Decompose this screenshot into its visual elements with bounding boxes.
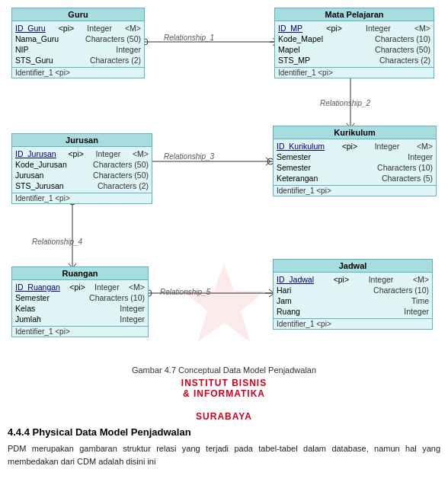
watermark-line1: INSTITUT BISNIS: [8, 378, 440, 388]
entity-guru-row-1: ID_Guru <pi> Integer <M>: [15, 23, 141, 34]
section-heading: 4.4.4 Physical Data Model Penjadwalan: [8, 426, 440, 438]
entity-ruangan-row-2: Semester Characters (10): [15, 292, 145, 303]
watermark-line2: & INFORMATIKA: [8, 388, 440, 399]
entity-jadwal-footer: Identifier_1 <pi>: [274, 318, 432, 329]
entity-ruangan-footer: Identifier_1 <pi>: [12, 326, 148, 337]
entity-kur-row-4: Keterangan Characters (5): [277, 173, 433, 183]
paragraph-text: PDM merupakan gambaran struktur relasi y…: [8, 442, 440, 467]
figure-caption: Gambar 4.7 Conceptual Data Model Penjadw…: [8, 365, 440, 375]
entity-matapelajaran-body: ID_MP <pi> Integer <M> Kode_Mapel Charac…: [275, 21, 434, 67]
entity-kur-row-2: Semester Integer: [277, 152, 433, 162]
svg-line-14: [266, 158, 270, 161]
entity-ruangan-body: ID_Ruangan <pi> Integer <M> Semester Cha…: [12, 280, 148, 326]
entity-jadwal-row-4: Ruang Integer: [277, 306, 429, 317]
entity-guru-body: ID_Guru <pi> Integer <M> Nama_Guru Chara…: [12, 21, 144, 67]
entity-ruangan-row-4: Jumlah Integer: [15, 314, 145, 324]
entity-ruangan-row-3: Kelas Integer: [15, 303, 145, 314]
entity-guru-row-4: STS_Guru Characters (2): [15, 55, 141, 65]
watermark-surabaya: SURABAYA: [8, 411, 440, 422]
entity-mp-row-4: STS_MP Characters (2): [278, 55, 430, 65]
entity-mp-row-2: Kode_Mapel Characters (10): [278, 34, 430, 44]
watermark-area: INSTITUT BISNIS & INFORMATIKA: [8, 378, 440, 408]
entity-jurusan-header: Jurusan: [12, 134, 152, 147]
entity-guru: Guru ID_Guru <pi> Integer <M> Nama_Guru …: [11, 8, 145, 78]
entity-mp-footer: Identifier_1 <pi>: [275, 67, 434, 78]
entity-jurusan-footer: Identifier_1 <pi>: [12, 193, 152, 203]
entity-jadwal-row-2: Hari Characters (10): [277, 285, 429, 295]
entity-kurikulum-footer: Identifier_1 <pi>: [274, 185, 436, 196]
entity-kur-row-1: ID_Kurikulum <pi> Integer <M>: [277, 141, 433, 152]
entity-jadwal-row-3: Jam Time: [277, 295, 429, 306]
bottom-section: Gambar 4.7 Conceptual Data Model Penjadw…: [0, 365, 448, 467]
svg-marker-25: [183, 263, 265, 342]
relationship-4-label: Relationship_4: [32, 238, 82, 246]
entity-jurusan-row-4: STS_Jurusan Characters (2): [15, 180, 149, 191]
entity-jurusan-row-2: Kode_Jurusan Characters (50): [15, 159, 149, 170]
entity-guru-footer: Identifier_1 <pi>: [12, 67, 144, 78]
entity-jurusan-body: ID_Jurusan <pi> Integer <M> Kode_Jurusan…: [12, 147, 152, 193]
relationship-3-label: Relationship_3: [164, 152, 214, 161]
relationship-1-label: Relationship_1: [164, 34, 214, 42]
entity-kur-row-3: Semester Characters (10): [277, 162, 433, 173]
relationship-5-label: Relationship_5: [160, 288, 210, 296]
entity-jadwal-header: Jadwal: [274, 260, 432, 273]
entity-guru-header: Guru: [12, 8, 144, 21]
entity-jadwal-body: ID_Jadwal <pi> Integer <M> Hari Characte…: [274, 273, 432, 318]
main-container: Guru ID_Guru <pi> Integer <M> Nama_Guru …: [0, 0, 448, 15]
entity-guru-row-3: NIP Integer: [15, 44, 141, 55]
entity-jurusan-row-3: Jurusan Characters (50): [15, 170, 149, 180]
svg-line-15: [266, 161, 270, 165]
entity-jadwal: Jadwal ID_Jadwal <pi> Integer <M> Hari C…: [273, 259, 433, 330]
entity-mp-row-1: ID_MP <pi> Integer <M>: [278, 23, 430, 34]
entity-jurusan-row-1: ID_Jurusan <pi> Integer <M>: [15, 148, 149, 159]
entity-kurikulum-body: ID_Kurikulum <pi> Integer <M> Semester I…: [274, 139, 436, 185]
entity-mp-row-3: Mapel Characters (50): [278, 44, 430, 55]
entity-ruangan-header: Ruangan: [12, 267, 148, 280]
entity-kurikulum: Kurikulum ID_Kurikulum <pi> Integer <M> …: [273, 126, 437, 196]
entity-ruangan-row-1: ID_Ruangan <pi> Integer <M>: [15, 282, 145, 292]
watermark-logo-svg: [178, 259, 270, 350]
entity-ruangan: Ruangan ID_Ruangan <pi> Integer <M> Seme…: [11, 266, 149, 337]
relationship-2-label: Relationship_2: [320, 99, 370, 107]
entity-kurikulum-header: Kurikulum: [274, 126, 436, 139]
entity-guru-row-2: Nama_Guru Characters (50): [15, 34, 141, 44]
entity-jurusan: Jurusan ID_Jurusan <pi> Integer <M> Kode…: [11, 133, 152, 204]
entity-matapelajaran-header: Mata Pelajaran: [275, 8, 434, 21]
entity-matapelajaran: Mata Pelajaran ID_MP <pi> Integer <M> Ko…: [274, 8, 434, 78]
entity-jadwal-row-1: ID_Jadwal <pi> Integer <M>: [277, 274, 429, 285]
